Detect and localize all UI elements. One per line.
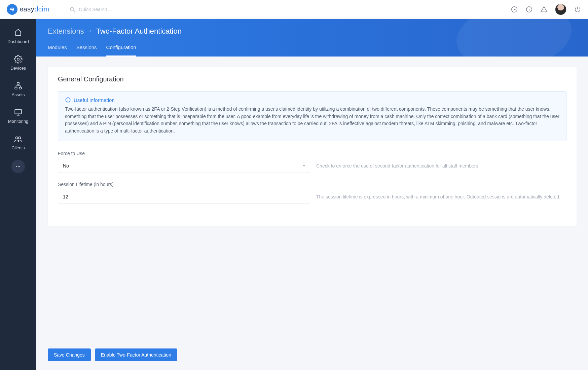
lifetime-label: Session Lifetime (in hours): [58, 182, 566, 187]
svg-rect-4: [17, 82, 20, 84]
svg-point-10: [16, 166, 17, 167]
field-force-to-use: Force to Use No ▾ Check to enforce the u…: [58, 151, 566, 173]
svg-point-12: [19, 166, 20, 167]
sidebar-more-button[interactable]: [11, 160, 25, 173]
force-select[interactable]: No ▾: [58, 159, 310, 173]
breadcrumb: Extensions Two-Factor Authentication: [48, 27, 577, 36]
alert-icon[interactable]: [540, 6, 548, 13]
sidebar-item-label: Monitoring: [8, 119, 29, 124]
home-icon: [14, 28, 23, 37]
sidebar: Dashboard Devices Assets Monitoring Clie…: [0, 19, 36, 370]
section-title: General Configuration: [58, 75, 566, 83]
field-session-lifetime: Session Lifetime (in hours) The session …: [58, 182, 566, 204]
svg-point-3: [17, 58, 20, 61]
page-header: Extensions Two-Factor Authentication Mod…: [36, 19, 588, 57]
power-icon[interactable]: [574, 6, 581, 13]
info-icon[interactable]: [525, 6, 533, 13]
monitor-icon: [14, 108, 23, 117]
enable-2fa-button[interactable]: Enable Two-Factor Authentication: [95, 348, 177, 361]
sidebar-item-label: Dashboard: [7, 39, 29, 44]
search-icon: [69, 6, 75, 12]
breadcrumb-root[interactable]: Extensions: [48, 27, 84, 36]
topbar-actions: [511, 4, 581, 15]
gear-icon: [14, 55, 23, 64]
sidebar-item-devices[interactable]: Devices: [0, 50, 36, 75]
svg-point-11: [18, 166, 19, 167]
dots-icon: [15, 163, 21, 170]
svg-point-8: [15, 137, 18, 139]
svg-rect-7: [15, 109, 22, 114]
tab-bar: Modules Sessions Configuration: [48, 44, 577, 57]
save-button[interactable]: Save Changes: [48, 348, 91, 361]
breadcrumb-current: Two-Factor Authentication: [96, 27, 182, 36]
info-box: Useful Information Two-factor authentica…: [58, 91, 566, 141]
force-label: Force to Use: [58, 151, 566, 156]
svg-rect-6: [19, 87, 22, 89]
users-icon: [14, 135, 23, 143]
sidebar-item-label: Assets: [11, 92, 25, 97]
force-hint: Check to enforce the use of second-facto…: [316, 163, 566, 169]
play-icon[interactable]: [511, 6, 518, 13]
svg-rect-5: [15, 87, 17, 89]
lifetime-input[interactable]: [58, 190, 310, 204]
content-area: General Configuration Useful Information…: [36, 57, 588, 342]
topbar: easydcim: [0, 0, 588, 19]
info-text: Two-factor authentication (also known as…: [65, 106, 559, 135]
lifetime-hint: The session lifetime is expressed in hou…: [316, 194, 566, 199]
search-input[interactable]: [79, 7, 180, 12]
info-title: Useful Information: [65, 97, 559, 103]
network-icon: [14, 81, 23, 90]
sidebar-item-assets[interactable]: Assets: [0, 77, 36, 101]
user-avatar[interactable]: [555, 4, 566, 15]
chevron-down-icon: ▾: [303, 163, 305, 168]
chevron-right-icon: [88, 28, 92, 34]
tab-sessions[interactable]: Sessions: [76, 44, 97, 57]
brand-logo[interactable]: easydcim: [7, 4, 49, 15]
tab-configuration[interactable]: Configuration: [106, 44, 136, 57]
sidebar-item-monitoring[interactable]: Monitoring: [0, 103, 36, 128]
tab-modules[interactable]: Modules: [48, 44, 67, 57]
info-circle-icon: [65, 97, 71, 103]
sidebar-item-dashboard[interactable]: Dashboard: [0, 24, 36, 48]
global-search[interactable]: [69, 6, 511, 12]
svg-point-0: [70, 7, 74, 11]
config-card: General Configuration Useful Information…: [48, 67, 577, 226]
sidebar-item-clients[interactable]: Clients: [0, 130, 36, 154]
sidebar-item-label: Devices: [10, 66, 26, 71]
brand-text: easydcim: [20, 5, 49, 13]
footer-actions: Save Changes Enable Two-Factor Authentic…: [36, 342, 588, 370]
brand-mark: [7, 4, 17, 15]
sidebar-item-label: Clients: [11, 145, 25, 150]
svg-point-9: [19, 137, 21, 139]
force-value: No: [63, 163, 69, 169]
